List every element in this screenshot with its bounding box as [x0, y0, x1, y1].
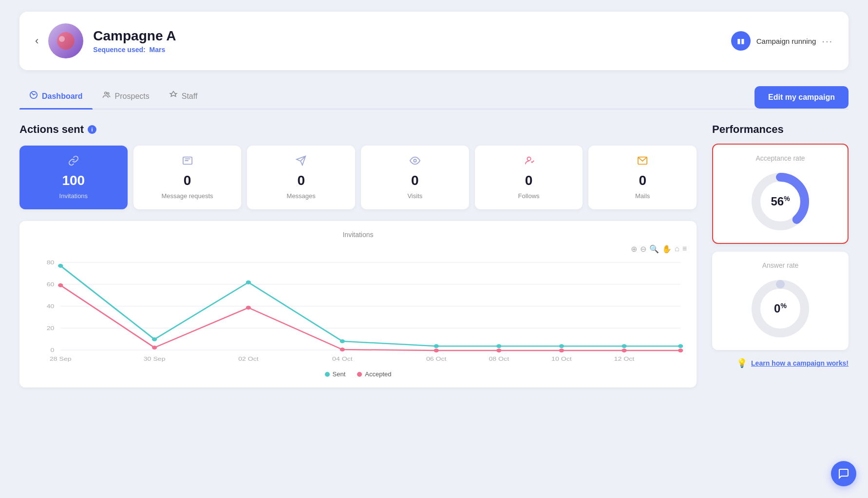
svg-point-29 [340, 348, 345, 351]
chart-container: Invitations ⊕ ⊖ 🔍 ✋ ⌂ ≡ [19, 221, 697, 387]
mails-icon [637, 155, 648, 169]
svg-point-19 [246, 280, 251, 284]
legend-sent: Sent [325, 370, 346, 378]
status-text: Campaign running [756, 37, 816, 45]
svg-text:20: 20 [47, 325, 55, 331]
answer-rate-value: 0% [774, 302, 787, 315]
svg-point-21 [434, 344, 439, 348]
messages-label: Messages [287, 192, 316, 200]
svg-point-31 [496, 349, 501, 352]
stat-card-invitations[interactable]: 100 Invitations [19, 146, 128, 209]
legend-accepted-label: Accepted [365, 370, 391, 378]
tab-prospects[interactable]: Prospects [93, 86, 159, 109]
svg-point-20 [340, 339, 345, 343]
back-button[interactable]: ‹ [35, 35, 38, 47]
learn-more: 💡 Learn how a campaign works! [712, 358, 849, 369]
stat-card-follows[interactable]: 0 Follows [475, 146, 583, 209]
stat-cards-row: 100 Invitations 0 Message requests 0 Mes… [19, 146, 697, 209]
sequence-label: Sequence used: [93, 46, 145, 54]
home-icon[interactable]: ⌂ [675, 244, 679, 254]
menu-icon[interactable]: ≡ [682, 244, 687, 254]
zoom-icon[interactable]: 🔍 [649, 244, 659, 254]
svg-text:60: 60 [47, 281, 55, 287]
sequence-name: Mars [149, 46, 165, 54]
main-content: Actions sent i 100 Invitations 0 [19, 123, 849, 387]
campaign-status: ▮▮ Campaign running ··· [731, 31, 833, 51]
tab-staff-label: Staff [182, 92, 198, 101]
svg-point-1 [104, 92, 107, 94]
answer-rate-card: Answer rate 0% [712, 252, 849, 350]
info-icon: i [88, 125, 96, 134]
invitations-icon [68, 155, 79, 169]
left-section: Actions sent i 100 Invitations 0 [19, 123, 697, 387]
visits-label: Visits [407, 192, 422, 200]
answer-rate-title: Answer rate [722, 261, 839, 269]
svg-point-2 [107, 92, 109, 94]
mails-value: 0 [639, 173, 646, 188]
svg-point-28 [246, 306, 251, 310]
stat-card-message-requests[interactable]: 0 Message requests [133, 146, 242, 209]
prospects-icon [102, 91, 111, 102]
learn-more-link[interactable]: Learn how a campaign works! [751, 359, 849, 367]
legend-sent-label: Sent [333, 370, 346, 378]
chart-svg-area: 80 60 40 20 0 [29, 258, 687, 365]
svg-point-18 [152, 337, 157, 341]
svg-point-22 [496, 344, 501, 348]
message-requests-icon [182, 155, 193, 169]
message-requests-value: 0 [184, 173, 191, 188]
pause-button[interactable]: ▮▮ [731, 31, 751, 51]
messages-value: 0 [297, 173, 305, 188]
svg-point-26 [58, 283, 63, 287]
tab-dashboard-label: Dashboard [42, 92, 83, 101]
tab-dashboard[interactable]: Dashboard [19, 86, 93, 109]
chart-legend: Sent Accepted [29, 370, 687, 378]
zoom-out-icon[interactable]: ⊖ [640, 244, 646, 254]
stat-card-mails[interactable]: 0 Mails [588, 146, 697, 209]
svg-point-33 [622, 349, 626, 352]
edit-campaign-button[interactable]: Edit my campaign [755, 86, 849, 109]
svg-point-34 [678, 349, 683, 352]
tab-prospects-label: Prospects [115, 92, 150, 101]
campaign-info: Campagne A Sequence used: Mars [93, 28, 731, 54]
svg-point-32 [559, 349, 564, 352]
invitations-value: 100 [62, 173, 85, 188]
svg-text:04 Oct: 04 Oct [332, 356, 353, 362]
dashboard-icon [29, 91, 38, 102]
campaign-title: Campagne A [93, 28, 731, 44]
svg-text:10 Oct: 10 Oct [551, 356, 572, 362]
actions-sent-title: Actions sent i [19, 123, 697, 136]
svg-point-4 [414, 159, 416, 162]
lightbulb-icon: 💡 [736, 358, 747, 369]
follows-value: 0 [525, 173, 533, 188]
avatar-inner [57, 32, 75, 50]
follows-label: Follows [518, 192, 539, 200]
chat-bubble-button[interactable] [831, 461, 856, 486]
answer-rate-donut: 0% [722, 277, 839, 340]
legend-sent-dot [325, 372, 330, 377]
message-requests-label: Message requests [161, 192, 213, 200]
visits-value: 0 [411, 173, 419, 188]
zoom-in-icon[interactable]: ⊕ [631, 244, 637, 254]
svg-text:12 Oct: 12 Oct [614, 356, 635, 362]
svg-point-30 [434, 349, 439, 352]
chart-title: Invitations [29, 231, 687, 239]
svg-text:06 Oct: 06 Oct [426, 356, 447, 362]
stat-card-messages[interactable]: 0 Messages [247, 146, 355, 209]
acceptance-rate-title: Acceptance rate [723, 154, 838, 162]
acceptance-rate-donut: 56% [723, 170, 838, 233]
svg-point-24 [622, 344, 626, 348]
svg-point-5 [527, 157, 530, 161]
performances-title: Performances [712, 123, 849, 136]
tabs-row: Dashboard Prospects Staff Edit my campai… [19, 86, 849, 110]
campaign-avatar [48, 23, 83, 58]
stat-card-visits[interactable]: 0 Visits [361, 146, 469, 209]
legend-accepted-dot [357, 372, 362, 377]
staff-icon [169, 91, 178, 102]
pan-icon[interactable]: ✋ [662, 244, 672, 254]
svg-text:80: 80 [47, 259, 55, 265]
campaign-subtitle: Sequence used: Mars [93, 46, 731, 54]
mails-label: Mails [635, 192, 650, 200]
tab-staff[interactable]: Staff [159, 86, 208, 109]
svg-point-25 [678, 344, 683, 348]
more-options-button[interactable]: ··· [822, 36, 833, 47]
